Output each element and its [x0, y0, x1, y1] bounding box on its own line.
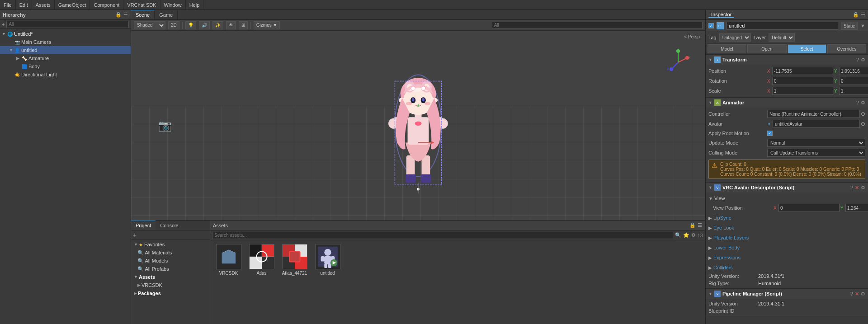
scene-viewport[interactable]: X Y Z < Persp [131, 31, 705, 220]
tree-item-main-camera[interactable]: 📷 Main Camera [0, 38, 131, 46]
menu-file[interactable]: File [0, 0, 16, 9]
tab-project[interactable]: Project [131, 221, 156, 230]
static-dropdown-arrow[interactable]: ▼ [860, 23, 865, 28]
project-item-favorites[interactable]: ▼ ★ Favorites [131, 240, 210, 249]
help-icon[interactable]: ? [856, 57, 859, 63]
pos-x-field[interactable] [772, 67, 833, 75]
settings-icon[interactable]: ⚙ [861, 291, 865, 297]
eye-look-label[interactable]: Eye Look [713, 224, 734, 232]
overrides-button[interactable]: Overrides [827, 44, 866, 53]
vp-x-field[interactable] [778, 204, 840, 212]
colliders-row[interactable]: ▶ Colliders [708, 263, 865, 272]
vp-y-field[interactable] [845, 204, 868, 212]
audio-toggle[interactable]: 🔊 [199, 21, 210, 29]
gizmos-button[interactable]: Gizmos ▼ [254, 21, 280, 29]
menu-help[interactable]: Help [186, 0, 204, 9]
static-button[interactable]: Static [841, 22, 858, 30]
menu-assets[interactable]: Assets [32, 0, 55, 9]
effect-toggle[interactable]: ✨ [212, 21, 223, 29]
menu-gameobject[interactable]: GameObject [55, 0, 90, 9]
rot-x-field[interactable] [772, 77, 833, 85]
playable-layers-label[interactable]: Playable Layers [713, 234, 749, 242]
lipsync-row[interactable]: ▶ LipSync [708, 213, 865, 223]
layer-select[interactable]: Default [769, 33, 795, 42]
project-item-assets[interactable]: ▼ Assets [131, 273, 210, 281]
asset-item-atlas[interactable]: Atlas [247, 244, 276, 276]
assets-search[interactable] [212, 232, 673, 239]
pick-icon[interactable]: ⊙ [861, 121, 865, 127]
avatar-field[interactable] [773, 120, 860, 128]
colliders-label[interactable]: Colliders [713, 263, 733, 272]
help-icon[interactable]: ? [850, 291, 853, 297]
object-enabled-checkbox[interactable]: ✓ [708, 23, 714, 28]
menu-component[interactable]: Component [90, 0, 123, 9]
shading-select[interactable]: Shaded [134, 21, 165, 29]
project-item-all-prefabs[interactable]: 🔍 All Prefabs [131, 265, 210, 273]
lower-body-row[interactable]: ▶ Lower Body [708, 243, 865, 253]
menu-icon[interactable]: ☰ [861, 12, 865, 18]
add-button[interactable]: + [2, 22, 5, 27]
pos-y-field[interactable] [839, 67, 868, 75]
asset-item-vrcsdk[interactable]: VRCSDK [214, 244, 243, 276]
help-icon[interactable]: ? [850, 185, 853, 191]
settings-icon[interactable]: ⚙ [861, 57, 865, 63]
menu-window[interactable]: Window [160, 0, 186, 9]
remove-icon[interactable]: ✕ [855, 185, 859, 191]
root-motion-checkbox[interactable]: ✓ [767, 131, 773, 136]
scale-y-field[interactable] [839, 87, 868, 95]
lipsync-label[interactable]: LipSync [713, 214, 731, 222]
project-item-all-materials[interactable]: 🔍 All Materials [131, 249, 210, 257]
vrc-avatar-header[interactable]: V VRC Avatar Descriptor (Script) ? ✕ ⚙ [706, 183, 868, 193]
menu-vrcsdk[interactable]: VRChat SDK [123, 0, 160, 9]
tree-item-untitled-scene[interactable]: ▼ 🌐 Untitled* [0, 30, 131, 38]
light-toggle[interactable]: 💡 [185, 21, 196, 29]
tree-item-untitled[interactable]: ▼ 👤 untitled [0, 46, 131, 54]
pipeline-header[interactable]: V Pipeline Manager (Script) ? ✕ ⚙ [706, 289, 868, 299]
update-mode-select[interactable]: Normal [767, 139, 865, 147]
asset-item-untitled-prefab[interactable]: untitled [313, 244, 342, 276]
2d-button[interactable]: 2D [168, 21, 179, 29]
lock-icon[interactable]: 🔒 [689, 222, 696, 228]
settings-icon[interactable]: ⚙ [691, 232, 696, 238]
filter-icon[interactable]: 🔍 [675, 232, 681, 238]
project-item-packages[interactable]: ▶ Packages [131, 289, 210, 297]
add-button[interactable]: + [133, 231, 137, 239]
model-button[interactable]: Model [708, 44, 746, 53]
object-name-field[interactable] [726, 22, 838, 30]
hierarchy-search[interactable] [6, 21, 129, 28]
expressions-row[interactable]: ▶ Expressions [708, 253, 865, 263]
tree-item-body[interactable]: 🟦 Body [0, 62, 131, 70]
grid-toggle[interactable]: ⊞ [239, 21, 248, 29]
settings-icon[interactable]: ⚙ [861, 185, 865, 191]
menu-edit[interactable]: Edit [16, 0, 32, 9]
tab-game[interactable]: Game [155, 10, 178, 19]
eye-look-row[interactable]: ▶ Eye Look [708, 223, 865, 233]
settings-icon[interactable]: ⚙ [861, 100, 865, 106]
rot-y-field[interactable] [839, 77, 868, 85]
tab-scene[interactable]: Scene [131, 10, 155, 19]
view-row[interactable]: ▼ View [708, 194, 865, 203]
open-button[interactable]: Open [747, 44, 786, 53]
hidden-toggle[interactable]: 👁 [226, 21, 236, 29]
pick-icon[interactable]: ⊙ [861, 111, 865, 117]
expressions-label[interactable]: Expressions [713, 254, 741, 262]
culling-mode-select[interactable]: Cull Update Transforms [767, 149, 865, 157]
remove-icon[interactable]: ✕ [855, 291, 859, 297]
asset-item-atlas-44721[interactable]: Atlas_44721 [280, 244, 309, 276]
tree-item-armature[interactable]: ▶ 🦴 Armature [0, 54, 131, 62]
select-button[interactable]: Select [788, 44, 826, 53]
controller-field[interactable] [767, 110, 860, 118]
help-icon[interactable]: ? [856, 100, 859, 106]
menu-icon[interactable]: ☰ [123, 12, 128, 18]
lower-body-label[interactable]: Lower Body [713, 244, 740, 252]
lock-icon[interactable]: 🔒 [115, 12, 122, 18]
animator-header[interactable]: A Animator ? ⚙ [706, 98, 868, 108]
tree-item-directional-light[interactable]: ☀️ Directional Light [0, 70, 131, 79]
project-item-vrcsdk[interactable]: ▶ VRCSDK [131, 281, 210, 289]
playable-layers-row[interactable]: ▶ Playable Layers [708, 233, 865, 243]
menu-icon[interactable]: ☰ [698, 222, 702, 228]
tab-console[interactable]: Console [156, 221, 183, 230]
tag-select[interactable]: Untagged [719, 33, 751, 42]
tab-inspector[interactable]: Inspector [708, 12, 734, 18]
scene-search[interactable] [492, 22, 703, 29]
